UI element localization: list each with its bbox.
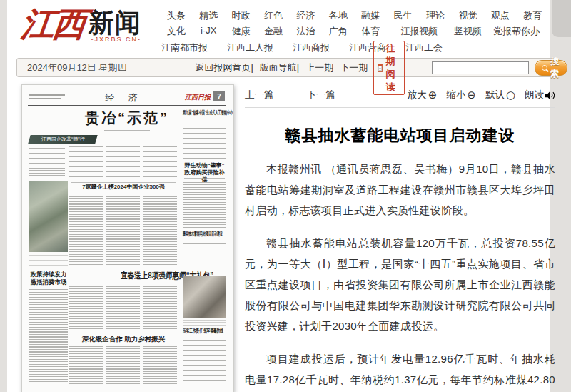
- nav-item-fazhi[interactable]: 法治: [296, 25, 315, 38]
- logo-domain: -JXRBS.CN-: [89, 36, 141, 43]
- newspaper-page: 经 济 江西日报 7 贵冶“示范” 江西国企改革“赣”行 7家赣企上榜2024中…: [28, 91, 226, 387]
- issue-date: 2024年09月12日 星期四: [27, 61, 126, 74]
- news-photo: [183, 276, 226, 318]
- nav-item-lilun[interactable]: 理论: [426, 9, 445, 22]
- nav-item-jiangnan-dushibao[interactable]: 江南都市报: [161, 41, 208, 54]
- speaker-icon: [545, 91, 555, 100]
- nav-item-shizheng[interactable]: 时政: [232, 9, 251, 22]
- next-issue-link[interactable]: 下一期: [340, 61, 368, 74]
- text-lines: [183, 182, 226, 228]
- read-aloud-button[interactable]: 朗读: [525, 89, 555, 101]
- nav-item-jingxuan[interactable]: 精选: [199, 9, 218, 22]
- search-button-label: 搜 索: [550, 56, 560, 80]
- page-card: 江西 新闻 -JXRBS.CN- 头条 精选 时政 红色 经济 各地 融媒 民生…: [7, 0, 550, 392]
- article-paragraph: 赣县抽水蓄能电站总装机容量120万千瓦，总投资78.55亿元，为一等大（Ⅰ）型工…: [245, 233, 555, 336]
- text-lines: [106, 286, 140, 331]
- text-lines: [69, 196, 103, 266]
- nav-item-wenhua[interactable]: 文化: [167, 25, 186, 38]
- prev-issue-link[interactable]: 上一期: [305, 61, 333, 74]
- masthead: 江西日报: [185, 93, 211, 102]
- divider: [28, 105, 226, 106]
- newspaper-page-thumbnail[interactable]: 经 济 江西日报 7 贵冶“示范” 江西国企改革“赣”行 7家赣企上榜2024中…: [21, 84, 234, 392]
- policy-line1: 政策持续发力: [29, 271, 68, 278]
- next-article-link[interactable]: 下一篇: [307, 89, 336, 101]
- paper-headline-contest: 第九届“创客中国”生成式人工智能中小企业创新创业大赛落幕: [183, 109, 234, 116]
- nav-item-jx-gonghui[interactable]: 江西工会: [405, 41, 443, 54]
- default-size-button[interactable]: 默认 ○: [485, 89, 515, 101]
- text-lines: [29, 98, 61, 99]
- article-paragraph: 项目建成投运后，预计年发电量12.96亿千瓦时、年抽水耗电量17.28亿千瓦时、…: [245, 348, 555, 392]
- text-lines: [184, 178, 225, 179]
- page-number: 7: [213, 91, 225, 101]
- nav-item-minsheng[interactable]: 民生: [394, 9, 413, 22]
- series-banner: 江西国企改革“赣”行: [28, 135, 97, 144]
- zoom-in-button[interactable]: 放大 ⊕: [408, 89, 438, 101]
- text-lines: [106, 346, 140, 386]
- text-lines: [106, 146, 140, 181]
- past-issues-button[interactable]: 往期阅读: [373, 41, 405, 95]
- zoom-in-label: 放大: [408, 89, 427, 101]
- wildlife-line1: 野生动物“肇事”: [183, 162, 226, 169]
- nav-item-jingji[interactable]: 经济: [296, 9, 315, 22]
- nav-item-dangbao[interactable]: 党报帮你办: [493, 25, 540, 38]
- nav-item-jx-shangbao[interactable]: 江西商报: [293, 41, 330, 54]
- text-lines: [69, 146, 103, 181]
- text-lines: [143, 196, 177, 266]
- nav-item-jinrong[interactable]: 金融: [264, 25, 283, 38]
- calendar-icon: [378, 64, 383, 72]
- article-paragraph: 本报赣州讯 （通讯员蒋思磊、吴书梅）9月10日，赣县抽水蓄能电站筹建期洞室及道路…: [245, 159, 555, 221]
- nav-papers-row: 江南都市报 江西工人报 江西商报 江西营商 江西工会: [160, 41, 549, 54]
- read-aloud-label: 朗读: [525, 89, 544, 101]
- text-lines: [29, 94, 65, 96]
- logo-calligraphy: 江西: [19, 6, 86, 43]
- nav-item-jiankang[interactable]: 健康: [232, 25, 251, 38]
- search-button[interactable]: 搜 索: [535, 60, 567, 76]
- text-lines: [29, 148, 65, 178]
- text-lines: [69, 286, 103, 331]
- zoom-in-icon: ⊕: [428, 90, 438, 101]
- nav-item-jiaoyu[interactable]: 教育: [523, 9, 542, 22]
- date-toolbar: 2024年09月12日 星期四 返回报网首页| 版面导航| 上一期 下一期 往期…: [16, 58, 556, 77]
- site-logo[interactable]: 江西 新闻 -JXRBS.CN-: [21, 6, 141, 43]
- zoom-out-label: 缩小: [446, 89, 465, 101]
- series-banner-label: 江西国企改革“赣”行: [41, 136, 85, 143]
- text-lines: [143, 346, 177, 386]
- paper-headline-wildlife: 野生动物“肇事” 政府购买保险补偿: [183, 162, 226, 184]
- nav-item-guandian[interactable]: 观点: [491, 9, 510, 22]
- photo-caption-lines: [183, 320, 226, 326]
- layout-nav-link[interactable]: 版面导航|: [260, 61, 299, 74]
- nav-item-toutiao[interactable]: 头条: [167, 9, 186, 22]
- text-lines: [143, 146, 177, 181]
- search-icon: [542, 65, 547, 71]
- prev-article-link[interactable]: 上一篇: [245, 89, 274, 101]
- policy-line2: 激活消费市场: [29, 278, 68, 286]
- nav-item-jx-gongrenbao[interactable]: 江西工人报: [227, 41, 273, 54]
- nav-item-shijue[interactable]: 视觉: [458, 9, 477, 22]
- wildlife-line2: 政府购买保险补偿: [183, 169, 226, 184]
- nav-item-jiangbao-video[interactable]: 江报视频: [400, 25, 438, 38]
- text-lines: [183, 338, 226, 382]
- top-navigation: 头条 精选 时政 红色 经济 各地 融媒 民生 理论 视觉 观点 教育 文化 i…: [160, 9, 549, 54]
- nav-item-ijx[interactable]: i-JX: [201, 25, 216, 38]
- text-lines: [183, 128, 226, 159]
- text-lines: [183, 241, 226, 273]
- nav-item-shu-video[interactable]: 竖视频: [454, 25, 482, 38]
- zoom-out-icon: ⊖: [467, 90, 476, 101]
- logo-text: 新闻: [89, 9, 141, 37]
- nav-item-gedi[interactable]: 各地: [329, 9, 348, 22]
- article-toolbar: 上一篇 下一篇 放大 ⊕ 缩小 ⊖ 默认 ○ 朗读: [245, 89, 555, 108]
- nav-item-hongse[interactable]: 红色: [264, 9, 283, 22]
- nav-item-guangjiao[interactable]: 广角: [329, 25, 348, 38]
- paper-headline-bank: 深化银企合作 助力乡村振兴: [69, 335, 178, 343]
- text-lines: [29, 289, 68, 382]
- paper-headline-top500: 7家赣企上榜2024中国企业500强: [71, 182, 176, 191]
- zoom-out-button[interactable]: 缩小 ⊖: [446, 89, 476, 101]
- search-input[interactable]: [432, 61, 529, 74]
- back-home-link[interactable]: 返回报网首页|: [195, 61, 253, 74]
- nav-item-tiyu[interactable]: 体育: [361, 25, 380, 38]
- paper-headline-ganxian[interactable]: 赣县抽水蓄能电站项目启动建设: [183, 231, 234, 238]
- nav-rows: 头条 精选 时政 红色 经济 各地 融媒 民生 理论 视觉 观点 教育 文化 i…: [160, 9, 549, 38]
- nav-item-rongmei[interactable]: 融媒: [361, 9, 380, 22]
- article-title: 赣县抽水蓄能电站项目启动建设: [245, 125, 555, 146]
- past-issues-label: 往期阅读: [385, 42, 400, 94]
